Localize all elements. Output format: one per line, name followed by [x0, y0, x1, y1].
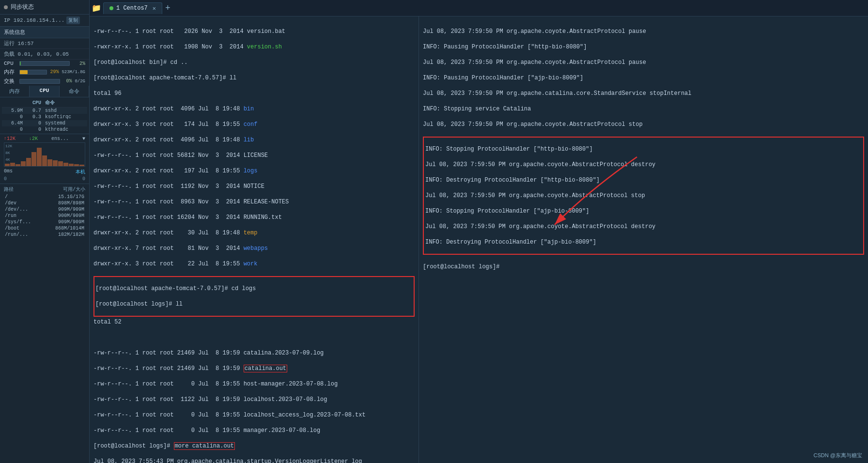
term-line: [root@localhost logs]# ll	[95, 300, 413, 309]
graph-bar	[10, 163, 15, 166]
highlight-box-cd-logs: [root@localhost apache-tomcat-7.0.57]# c…	[93, 276, 415, 317]
watermark: CSDN @东离与糖宝	[814, 452, 862, 459]
term-line: drwxr-xr-x. 3 root root 22 Jul 8 19:55 w…	[93, 260, 415, 268]
graph-bar	[26, 158, 31, 166]
list-item: /dev/...909M/909M	[4, 206, 85, 213]
graph-bar	[53, 160, 58, 166]
term-line: [root@localhost apache-tomcat-7.0.57]# l…	[93, 74, 415, 82]
graph-bar	[74, 164, 79, 166]
mem-label: 内存	[4, 68, 17, 76]
graph-bar	[5, 164, 10, 166]
term-line: -rwxr-xr-x. 1 root root 1908 Nov 3 2014 …	[93, 43, 415, 51]
catalina-out-highlight: catalina.out	[244, 365, 287, 372]
graph-bar	[21, 161, 26, 166]
term-line: drwxr-xr-x. 2 root root 197 Jul 8 19:55 …	[93, 167, 415, 175]
graph-bar	[47, 159, 52, 166]
term-line: [root@localhost apache-tomcat-7.0.57]# c…	[95, 284, 413, 293]
ip-label: IP 192.168.154.1...	[4, 17, 64, 23]
swap-pct: 0%	[62, 78, 72, 84]
net-up: ↑12K	[4, 136, 16, 141]
term-line: Jul 08, 2023 7:59:50 PM org.apache.coyot…	[425, 191, 862, 200]
term-line: INFO: Pausing ProtocolHandler ["ajp-bio-…	[423, 74, 864, 82]
net-dropdown-icon[interactable]: ▼	[82, 136, 85, 141]
tab-close-button[interactable]: ✕	[153, 5, 156, 12]
network-header: ↑12K ↓2K ens... ▼	[4, 136, 85, 141]
swap-row: 交换 0% 0/2G	[0, 77, 89, 86]
ping-row: 0ms 本机	[4, 169, 85, 175]
term-line: -rw-r--r--. 1 root root 1122 Jul 8 19:59…	[93, 395, 415, 404]
terminal-tab-centos7[interactable]: 1 Centos7 ✕	[103, 2, 162, 14]
list-item: /15.1G/17G	[4, 194, 85, 200]
list-item: /dev898M/898M	[4, 200, 85, 206]
list-item: /run/...182M/182M	[4, 232, 85, 238]
tab-add-button[interactable]: +	[165, 3, 170, 13]
folder-icon[interactable]: 📁	[92, 3, 101, 13]
process-table: CPU 命令 5.9M 0.7 sshd 0 0.3 ksoftirqc 6.4…	[2, 98, 87, 133]
swap-label: 交换	[4, 77, 17, 85]
tab-cpu[interactable]: CPU	[30, 86, 59, 97]
col-cpu: CPU	[25, 98, 43, 108]
term-line: Jul 08, 2023 7:59:50 PM org.apache.coyot…	[423, 27, 864, 36]
terminal-right[interactable]: Jul 08, 2023 7:59:50 PM org.apache.coyot…	[419, 16, 868, 463]
list-item: 0 0.3 ksoftirqc	[2, 114, 87, 120]
term-line: drwxr-xr-x. 2 root root 4096 Jul 8 19:48…	[93, 136, 415, 144]
mem-pct: 29%	[49, 69, 59, 75]
term-line: -rw-r--r--. 1 root root 1192 Nov 3 2014 …	[93, 182, 415, 191]
list-item: /run900M/909M	[4, 213, 85, 219]
term-line: total 52	[93, 318, 415, 326]
sync-status-label: 同步状态	[11, 3, 34, 11]
list-item: /sys/f...909M/909M	[4, 219, 85, 225]
term-line: -rw-r--r--. 1 root root 8963 Nov 3 2014 …	[93, 198, 415, 206]
list-item: 0 0 kthreadc	[2, 126, 87, 133]
cpu-value: 2%	[72, 61, 85, 66]
terminal-left[interactable]: -rw-r--r--. 1 root root 2026 Nov 3 2014 …	[90, 16, 419, 463]
graph-bar	[31, 152, 36, 166]
cpu-label: CPU	[4, 61, 17, 66]
status-indicator	[4, 5, 8, 9]
term-line: INFO: Stopping ProtocolHandler ["ajp-bio…	[425, 207, 862, 216]
term-line: total 96	[93, 89, 415, 98]
system-info-title: 系统信息	[0, 27, 89, 38]
term-line: -rw-r--r--. 1 root root 0 Jul 8 19:55 ho…	[93, 380, 415, 388]
term-line: Jul 08, 2023 7:59:50 PM org.apache.catal…	[423, 89, 864, 98]
copy-button[interactable]: 复制	[66, 16, 80, 24]
network-graph: 12K 8K 4K	[4, 142, 85, 167]
mem-value: 523M/1.8G	[62, 70, 85, 75]
term-line: Jul 08, 2023 7:59:50 PM org.apache.coyot…	[425, 222, 862, 231]
term-line: Jul 08, 2023 7:59:50 PM org.apache.coyot…	[425, 160, 862, 169]
terminal-panels: -rw-r--r--. 1 root root 2026 Nov 3 2014 …	[90, 16, 868, 463]
term-line: [root@localhost logs]#	[423, 262, 864, 271]
ping-zero-2: 0	[82, 176, 85, 182]
term-line: -rw-r--r--. 1 root root 56812 Nov 3 2014…	[93, 151, 415, 160]
load-label: 负载 0.01, 0.03, 0.05	[4, 51, 69, 57]
col-mem	[2, 98, 25, 108]
network-section: ↑12K ↓2K ens... ▼	[0, 134, 89, 184]
tab-command[interactable]: 命令	[60, 86, 89, 97]
col-cmd: 命令	[43, 98, 87, 108]
sidebar: 同步状态 IP 192.168.154.1... 复制 系统信息 运行 16:5…	[0, 0, 90, 463]
mem-bar-outer	[19, 70, 47, 75]
cpu-bar-outer	[19, 61, 70, 66]
term-line	[93, 333, 415, 342]
sync-status-row: 同步状态	[0, 0, 89, 15]
graph-bar	[79, 165, 84, 166]
swap-bar-outer	[19, 79, 60, 84]
term-line: Jul 08, 2023 7:59:50 PM org.apache.coyot…	[423, 120, 864, 129]
term-line: drwxr-xr-x. 3 root root 174 Jul 8 19:55 …	[93, 120, 415, 129]
term-line: Jul 08, 2023 7:55:43 PM org.apache.catal…	[93, 457, 415, 463]
disk-avail-header: 可用/大小	[63, 186, 85, 193]
list-item: 6.4M 0 systemd	[2, 120, 87, 126]
term-line: -rw-r--r--. 1 root root 21469 Jul 8 19:5…	[93, 364, 415, 373]
tab-memory[interactable]: 内存	[0, 86, 30, 97]
tab-bar: 📁 1 Centos7 ✕ +	[90, 0, 868, 16]
net-label: ens...	[51, 136, 69, 141]
term-line: -rw-r--r--. 1 root root 2026 Nov 3 2014 …	[93, 27, 415, 36]
graph-bar	[42, 155, 47, 166]
right-highlight-box: INFO: Stopping ProtocolHandler ["http-bi…	[423, 137, 864, 255]
ping-zero-1: 0	[4, 176, 7, 182]
term-line: -rw-r--r--. 1 root root 16204 Nov 3 2014…	[93, 213, 415, 222]
uptime-row: 运行 16:57	[0, 38, 89, 49]
term-line: -rw-r--r--. 1 root root 0 Jul 8 19:55 lo…	[93, 411, 415, 419]
net-down: ↓2K	[29, 136, 38, 141]
graph-bars	[4, 143, 85, 166]
